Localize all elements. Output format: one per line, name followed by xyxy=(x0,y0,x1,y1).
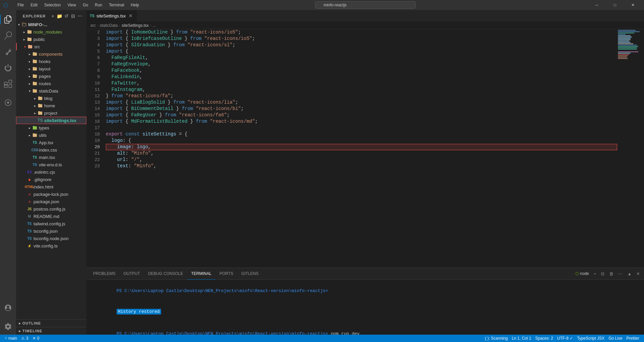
tree-project[interactable]: ▸ project xyxy=(16,109,86,117)
status-warnings[interactable]: ⚠ 3 xyxy=(19,335,30,342)
timeline-section: ▸ TIMELINE xyxy=(16,327,86,335)
add-terminal-button[interactable]: + xyxy=(592,271,598,277)
minimize-button[interactable]: ─ xyxy=(589,0,604,10)
tree-blog[interactable]: ▸ blog xyxy=(16,95,86,102)
menu-terminal[interactable]: Terminal xyxy=(106,2,127,8)
tree-index-html[interactable]: ▸ HTML index.html xyxy=(16,183,86,190)
tree-components[interactable]: ▸ components xyxy=(16,50,86,58)
search-icon[interactable] xyxy=(0,27,16,44)
run-debug-icon[interactable] xyxy=(0,60,16,76)
tree-vite-config[interactable]: ▸ ⚡ vite.config.ts xyxy=(16,242,86,249)
status-cursor[interactable]: Ln 1, Col 1 xyxy=(510,335,533,342)
tree-layout[interactable]: ▸ layout xyxy=(16,65,86,72)
tree-index-css[interactable]: ▸ CSS index.css xyxy=(16,146,86,154)
panel-tab-debug-console[interactable]: DEBUG CONSOLE xyxy=(144,268,187,280)
settings-icon[interactable] xyxy=(0,319,16,335)
tree-tailwind[interactable]: ▸ TS tailwind.config.js xyxy=(16,220,86,227)
error-icon: ✕ xyxy=(32,336,36,341)
tree-staticdata[interactable]: ▾ staticData xyxy=(16,87,86,95)
tree-postcss[interactable]: ▸ JS postcss.config.js xyxy=(16,205,86,213)
outline-header[interactable]: ▸ OUTLINE xyxy=(16,320,86,327)
refresh-icon[interactable]: ↺ xyxy=(64,13,69,19)
panel-tab-gitlens[interactable]: GITLENS xyxy=(237,268,263,280)
menu-edit[interactable]: Edit xyxy=(28,2,40,8)
remote-icon[interactable] xyxy=(0,95,16,111)
extensions-icon[interactable] xyxy=(0,76,16,92)
close-button[interactable]: ✕ xyxy=(625,0,641,10)
code-line-14: import { BiCommentDetail } from "react-i… xyxy=(106,106,617,112)
tree-hooks[interactable]: ▸ hooks xyxy=(16,58,86,65)
more-panel-actions-icon[interactable]: ⋯ xyxy=(617,271,624,277)
code-line-21: alt: "Minfo", xyxy=(106,150,617,157)
tree-vite-env[interactable]: ▸ TS vite-env.d.ts xyxy=(16,161,86,168)
tree-public[interactable]: ▸ public xyxy=(16,36,86,43)
tree-main-tsx[interactable]: ▸ TS main.tsx xyxy=(16,154,86,161)
search-input[interactable] xyxy=(315,1,416,9)
tab-close-button[interactable]: ✕ xyxy=(128,13,133,18)
menu-file[interactable]: File xyxy=(15,2,26,8)
tree-tsconfig[interactable]: ▸ TS tsconfig.json xyxy=(16,227,86,235)
tree-home[interactable]: ▸ home xyxy=(16,102,86,109)
breadcrumb-more[interactable]: ... xyxy=(153,23,156,28)
delete-terminal-button[interactable]: 🗑 xyxy=(608,271,615,277)
maximize-panel-icon[interactable]: ▲ xyxy=(626,271,633,277)
more-actions-icon[interactable]: ⋯ xyxy=(77,13,82,19)
account-icon[interactable] xyxy=(0,300,16,316)
tree-routes[interactable]: ▸ routes xyxy=(16,80,86,87)
menu-view[interactable]: View xyxy=(65,2,79,8)
node-icon: ⬡ xyxy=(575,271,579,276)
breadcrumb-staticdata[interactable]: staticData xyxy=(100,23,118,28)
status-scanning[interactable]: ( ): Scanning xyxy=(483,335,510,342)
code-content[interactable]: import { IoHomeOutline } from "react-ico… xyxy=(103,29,617,268)
close-panel-icon[interactable]: ✕ xyxy=(635,271,641,277)
new-folder-icon[interactable]: 📁 xyxy=(57,13,62,19)
status-encoding[interactable]: UTF-8 ✓ xyxy=(555,335,575,342)
tree-src[interactable]: ▾ src xyxy=(16,43,86,50)
tree-pages[interactable]: ▸ pages xyxy=(16,72,86,80)
tree-readme[interactable]: ▸ M README.md xyxy=(16,213,86,220)
tree-sitesettings[interactable]: ▸ TS siteSettings.tsx xyxy=(16,117,86,124)
panel-tab-output[interactable]: OUTPUT xyxy=(120,268,144,280)
breadcrumb-file[interactable]: siteSettings.tsx xyxy=(122,23,149,28)
tree-utils[interactable]: ▸ utils xyxy=(16,131,86,139)
maximize-button[interactable]: □ xyxy=(607,0,623,10)
panel-tab-ports[interactable]: PORTS xyxy=(215,268,237,280)
panel-tab-problems[interactable]: PROBLEMS xyxy=(89,268,120,280)
tree-gitignore[interactable]: ▸ ◆ .gitignore xyxy=(16,176,86,183)
sidebar-header: EXPLORER + 📁 ↺ ⊟ ⋯ xyxy=(16,10,86,21)
tree-package-json[interactable]: ▸ ⊛ package.json xyxy=(16,198,86,205)
source-control-icon[interactable] xyxy=(0,44,16,60)
split-terminal-icon[interactable]: ⊟ xyxy=(599,271,606,277)
tab-bar: TS siteSettings.tsx ✕ xyxy=(86,10,644,22)
tree-tsconfig-node[interactable]: ▸ TS tsconfig.node.json xyxy=(16,235,86,242)
new-file-icon[interactable]: + xyxy=(50,13,56,19)
status-prettier[interactable]: Prettier xyxy=(624,335,641,342)
line-numbers: 2 3 4 5 6 7 8 9 10 11 12 13 14 15 16 17 xyxy=(86,29,103,268)
terminal-content[interactable]: PS C:\Users\Laptop Castle\Desktop\NEN_Pr… xyxy=(86,280,644,335)
tab-sitesettings[interactable]: TS siteSettings.tsx ✕ xyxy=(86,10,137,21)
collapse-icon[interactable]: ⊟ xyxy=(70,13,76,19)
timeline-header[interactable]: ▸ TIMELINE xyxy=(16,327,86,335)
breadcrumb-src[interactable]: src xyxy=(90,23,96,28)
status-golive[interactable]: Go Live xyxy=(606,335,624,342)
tree-root[interactable]: ▾ MINFO-... xyxy=(16,21,86,28)
status-errors[interactable]: ✕ 0 xyxy=(30,335,42,342)
panel-tab-terminal[interactable]: TERMINAL xyxy=(187,268,216,280)
menu-run[interactable]: Run xyxy=(92,2,105,8)
code-editor[interactable]: 2 3 4 5 6 7 8 9 10 11 12 13 14 15 16 17 xyxy=(86,29,617,268)
window-controls: ─ □ ✕ xyxy=(589,0,641,10)
status-language[interactable]: TypeScript JSX xyxy=(575,335,606,342)
tree-app-tsx[interactable]: ▸ TS App.tsx xyxy=(16,139,86,146)
menu-help[interactable]: Help xyxy=(128,2,142,8)
status-branch[interactable]: ⑂ main xyxy=(3,335,19,342)
tree-node-modules[interactable]: ▸ node_modules xyxy=(16,28,86,36)
tree-types[interactable]: ▸ types xyxy=(16,124,86,131)
explorer-icon[interactable] xyxy=(0,11,16,27)
search-bar[interactable] xyxy=(148,1,582,9)
tree-package-lock[interactable]: ▸ ⊛ package-lock.json xyxy=(16,190,86,198)
code-line-10: FaTwitter, xyxy=(106,80,617,87)
menu-selection[interactable]: Selection xyxy=(42,2,63,8)
status-spaces[interactable]: Spaces: 2 xyxy=(533,335,555,342)
menu-go[interactable]: Go xyxy=(80,2,91,8)
tree-eslint[interactable]: ▸ ES .eslintrc.cjs xyxy=(16,168,86,176)
